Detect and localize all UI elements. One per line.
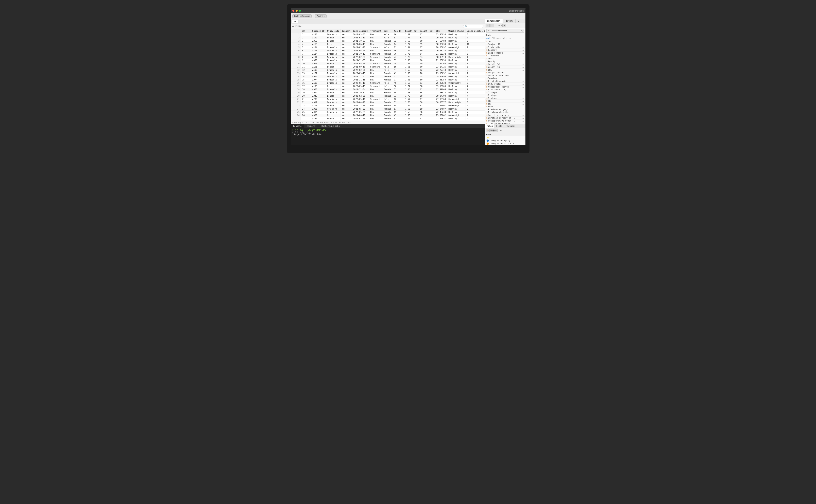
var-item[interactable]: $T-stage...	[485, 91, 525, 94]
var-item[interactable]: $N-stage...	[485, 94, 525, 97]
cell-sex: Male	[383, 46, 393, 49]
tab-files[interactable]: Files	[485, 124, 495, 128]
tab-background-jobs[interactable]: Background Jobs	[319, 124, 342, 128]
tab-connections[interactable]: C	[515, 19, 521, 23]
row-number: 13	[291, 72, 301, 75]
tab-terminal[interactable]: Terminal	[304, 124, 319, 128]
var-item[interactable]: $First diagnosis...	[485, 80, 525, 83]
col-header-id[interactable]: ID	[301, 29, 311, 33]
cell-sex: Female	[383, 114, 393, 117]
var-item[interactable]: $Weight status...	[485, 71, 525, 74]
col-header-date-consent[interactable]: Date consent	[352, 29, 369, 33]
var-item[interactable]: $Weight (kg)...	[485, 66, 525, 69]
col-header-sex[interactable]: Sex	[383, 29, 393, 33]
var-item[interactable]: $Smoking...	[485, 77, 525, 80]
var-item[interactable]: $Treatment...	[485, 54, 525, 57]
cell-treatment: New	[369, 94, 383, 98]
col-header-treatment[interactable]: Treatment	[369, 29, 383, 33]
row-number: 8	[291, 56, 301, 59]
col-header-subject-id[interactable]: Subject ID	[311, 29, 326, 33]
var-item[interactable]: $Time to recurrence...	[485, 122, 525, 124]
var-dots: ...	[520, 94, 524, 96]
go-to-file-button[interactable]: Go to file/function	[292, 14, 312, 18]
var-dollar-sign: $	[486, 111, 488, 113]
cell-weight: 55	[419, 75, 435, 78]
var-item[interactable]: $Units alcohol (w)...	[485, 74, 525, 77]
row-number: 5	[291, 46, 301, 49]
tab-console[interactable]: Console	[291, 124, 304, 128]
var-item[interactable]: $Previous chemothe......	[485, 111, 525, 114]
var-item[interactable]: $Sex...	[485, 57, 525, 60]
var-item[interactable]: $Consent...	[485, 49, 525, 52]
var-item[interactable]: $PR...	[485, 100, 525, 102]
cell-units-alcohol: 7	[466, 36, 485, 39]
search-input[interactable]	[463, 25, 483, 28]
var-item[interactable]: $M-stage...	[485, 97, 525, 100]
var-item[interactable]: $Size tumor (cm)...	[485, 88, 525, 91]
var-item[interactable]: $Previous surgery...	[485, 108, 525, 111]
var-item[interactable]: $Postoperative compl......	[485, 119, 525, 122]
files-home-btn[interactable]: 🏠	[486, 129, 490, 132]
cell-weight: 61	[419, 36, 435, 39]
var-dollar-sign: $	[486, 117, 488, 119]
var-dots: ...	[520, 111, 524, 113]
var-item[interactable]: $Duration surgery (h......	[485, 117, 525, 119]
col-header-age[interactable]: Age (y)	[393, 29, 404, 33]
import-button[interactable]: ⬇	[490, 24, 494, 27]
var-item[interactable]: $HER2...	[485, 105, 525, 108]
df-env-item[interactable]: ⊞ df 200 obs. of 4...	[486, 37, 524, 39]
maximize-button[interactable]	[299, 10, 301, 12]
table-row: 2626A029OsloYes2021-06-17NewFemale431.60…	[291, 114, 485, 117]
cell-height: 1.56	[404, 39, 419, 43]
col-header-weight-status[interactable]: Weight status	[447, 29, 466, 33]
col-header-consent[interactable]: Consent	[341, 29, 352, 33]
cell-sex: Male	[383, 98, 393, 101]
tab-history[interactable]: History	[503, 19, 515, 23]
cell-age: 49	[393, 72, 404, 75]
tab-plots[interactable]: Plots	[495, 124, 504, 128]
refresh-button[interactable]: ↺	[486, 24, 490, 27]
tab-environment[interactable]: Environment	[485, 19, 503, 23]
table-row: 2424A060New YorkYes2021-05-29NewFemale81…	[291, 107, 485, 111]
file-item-parent[interactable]: 📁 ..	[485, 136, 525, 139]
var-item[interactable]: $ER...	[485, 102, 525, 105]
data-table-container[interactable]: ID Subject ID Study site Consent Date co…	[291, 29, 485, 121]
col-header-height[interactable]: Height (m)	[404, 29, 419, 33]
var-item[interactable]: $Menopausal status...	[485, 86, 525, 88]
environment-dropdown[interactable]: R • Global Environment	[486, 29, 524, 33]
file-item-rmarkdown[interactable]: 🟠 Integration with R R...	[485, 142, 525, 145]
variable-list: $ID...$Subject ID...$Study site...$Conse…	[485, 40, 525, 124]
cell-subject-id: A196	[311, 33, 326, 36]
cell-sex: Female	[383, 56, 393, 59]
var-name: BMI	[488, 69, 521, 71]
close-button[interactable]	[292, 10, 294, 12]
minimize-button[interactable]	[296, 10, 298, 12]
var-item[interactable]: $Height (m)...	[485, 63, 525, 66]
col-header-study-site[interactable]: Study site	[326, 29, 341, 33]
df-tab[interactable]: df	[292, 20, 299, 23]
data-title: Data	[486, 34, 524, 36]
col-header-bmi[interactable]: BMI	[435, 29, 447, 33]
col-header-units-alcohol[interactable]: Units alcohol (w)	[466, 29, 485, 33]
col-header-weight[interactable]: Weight (kg)	[419, 29, 435, 33]
var-item[interactable]: $Date time surgery...	[485, 114, 525, 117]
cell-date-consent: 2021-11-15	[352, 78, 369, 81]
var-dollar-sign: $	[486, 97, 488, 99]
var-item[interactable]: $BMI...	[485, 69, 525, 71]
console-input[interactable]	[294, 136, 483, 138]
settings-button[interactable]: ⚙	[502, 24, 506, 27]
table-row: 1919A099LondonYes2021-10-02NewFemale691.…	[291, 91, 485, 94]
cell-weight-status: Healthy	[447, 88, 466, 91]
var-name: PR	[488, 100, 521, 102]
var-item[interactable]: $Study site...	[485, 46, 525, 49]
addins-button[interactable]: Addins ▾	[315, 14, 326, 18]
var-item[interactable]: $Subject ID...	[485, 43, 525, 46]
var-item[interactable]: $Age (y)...	[485, 60, 525, 63]
files-integration-btn[interactable]: Integration	[494, 129, 498, 132]
file-item-rproj[interactable]: 🔵 Integration.Rproj	[485, 139, 525, 142]
var-item[interactable]: $Date consent...	[485, 52, 525, 54]
var-item[interactable]: $ID...	[485, 40, 525, 43]
var-item[interactable]: $ECOG status...	[485, 83, 525, 86]
cell-study-site: Brussels	[326, 111, 341, 114]
tab-packages[interactable]: Packages	[504, 124, 517, 128]
